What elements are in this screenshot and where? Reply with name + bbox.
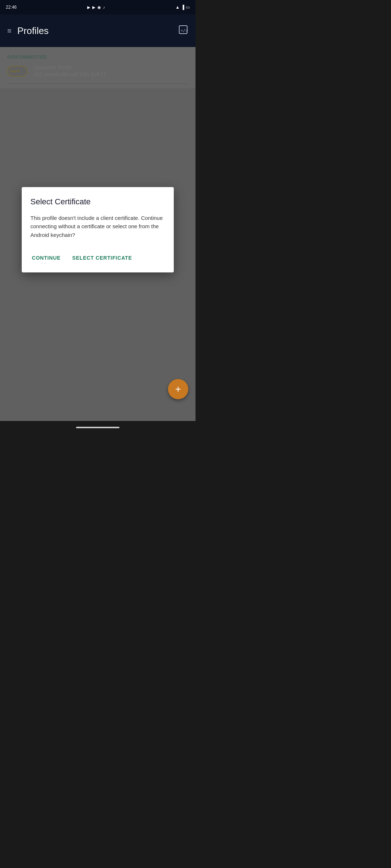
- import-icon[interactable]: </>: [178, 25, 188, 37]
- wifi-icon: ▲: [176, 5, 180, 10]
- plus-icon: +: [175, 383, 181, 395]
- youtube-icon: ▶: [87, 5, 90, 10]
- bottom-bar: [0, 421, 196, 434]
- main-content: DISCONNECTED OpenVPN Profile uk1.viewtva…: [0, 47, 196, 421]
- instagram-icon: ◉: [97, 5, 101, 10]
- signal-icon: ▐: [181, 5, 184, 10]
- status-time: 22:46: [6, 5, 17, 10]
- select-certificate-dialog: Select Certificate This profile doesn't …: [22, 187, 174, 272]
- home-indicator[interactable]: [76, 427, 119, 428]
- youtube2-icon: ▶: [92, 5, 95, 10]
- select-certificate-button[interactable]: SELECT CERTIFICATE: [71, 252, 134, 264]
- dialog-actions: CONTINUE SELECT CERTIFICATE: [30, 251, 165, 267]
- audio-icon: ♪: [103, 5, 105, 9]
- svg-text:</>: </>: [181, 28, 188, 33]
- continue-button[interactable]: CONTINUE: [30, 252, 62, 264]
- status-icons: ▶ ▶ ◉ ♪: [87, 5, 105, 10]
- add-fab-button[interactable]: +: [168, 379, 188, 399]
- app-bar: ≡ Profiles </>: [0, 14, 196, 47]
- hamburger-icon[interactable]: ≡: [7, 27, 12, 35]
- dialog-title: Select Certificate: [30, 197, 165, 207]
- app-bar-left: ≡ Profiles: [7, 25, 49, 37]
- status-right-icons: ▲ ▐ ▭: [176, 5, 190, 10]
- app-title: Profiles: [17, 25, 49, 37]
- status-bar: 22:46 ▶ ▶ ◉ ♪ ▲ ▐ ▭: [0, 0, 196, 14]
- battery-icon: ▭: [186, 5, 190, 10]
- dialog-message: This profile doesn't include a client ce…: [30, 214, 165, 239]
